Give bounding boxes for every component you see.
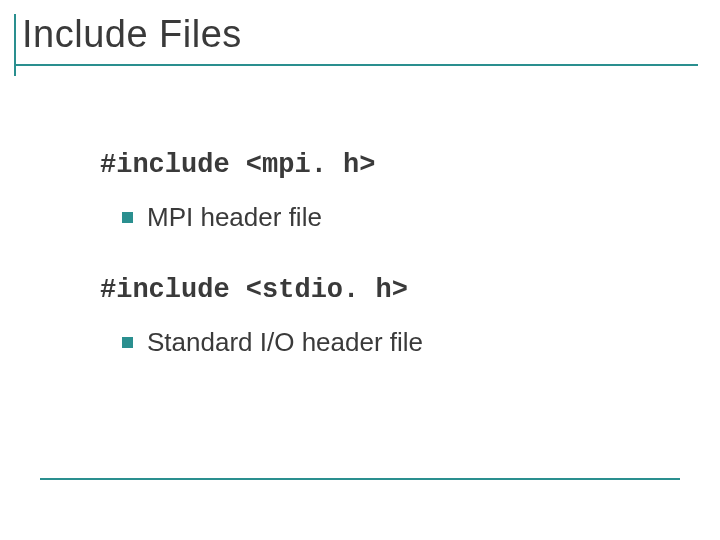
- bottom-rule: [40, 478, 680, 480]
- title-block: Include Files: [14, 14, 698, 66]
- slide: Include Files #include <mpi. h> MPI head…: [0, 0, 720, 540]
- bullet-text: MPI header file: [147, 202, 322, 233]
- slide-content: #include <mpi. h> MPI header file #inclu…: [100, 150, 680, 358]
- bullet-text: Standard I/O header file: [147, 327, 423, 358]
- bullet-icon: [122, 212, 133, 223]
- bullet-icon: [122, 337, 133, 348]
- bullet-item: MPI header file: [122, 202, 680, 233]
- title-underline: [14, 64, 698, 66]
- title-left-accent: [14, 14, 16, 76]
- slide-title: Include Files: [14, 14, 698, 56]
- bullet-item: Standard I/O header file: [122, 327, 680, 358]
- code-line: #include <mpi. h>: [100, 150, 680, 180]
- code-line: #include <stdio. h>: [100, 275, 680, 305]
